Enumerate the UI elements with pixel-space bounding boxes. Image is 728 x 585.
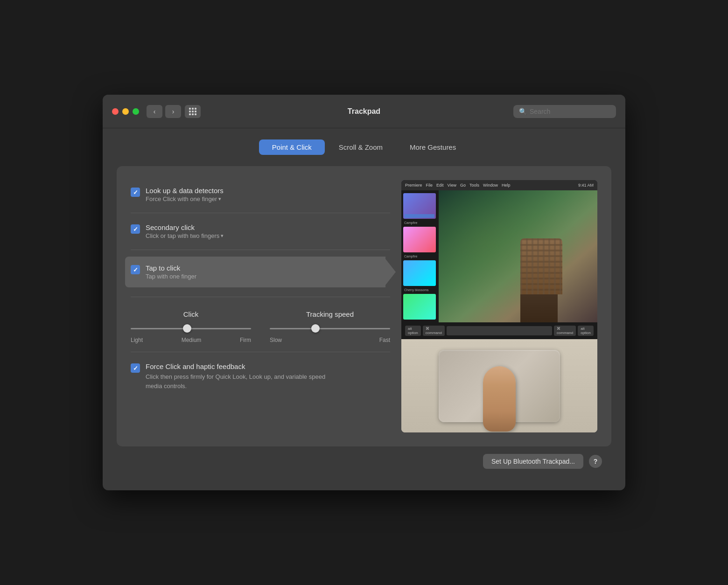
- tracking-slider-labels: Slow Fast: [270, 337, 390, 343]
- menubar-window: Window: [483, 183, 498, 188]
- window-title: Trackpad: [348, 107, 380, 116]
- thumb-3-label: Cherry blossoms: [403, 288, 437, 292]
- tap-to-click-highlight: Tap to click Tap with one finger: [125, 257, 385, 287]
- preview-image: Premiere File Edit View Go Tools Window …: [401, 180, 597, 432]
- plaid-shirt: [520, 238, 562, 294]
- search-bar[interactable]: 🔍: [513, 105, 616, 118]
- tab-more-gestures[interactable]: More Gestures: [397, 139, 469, 155]
- tap-to-click-checkbox[interactable]: [131, 265, 140, 274]
- divider-2: [131, 250, 390, 250]
- main-photo: [439, 190, 597, 322]
- click-slider-track: [131, 328, 251, 329]
- menubar-edit: Edit: [436, 183, 444, 188]
- nav-buttons: ‹ ›: [147, 105, 181, 118]
- menubar-time: 9:41 AM: [578, 183, 594, 188]
- click-slider-thumb[interactable]: [183, 324, 191, 333]
- settings-column: Look up & data detectors Force Click wit…: [131, 180, 390, 432]
- click-slider-mid: Medium: [182, 337, 202, 343]
- trackpad-surface: [439, 350, 560, 422]
- finger-shape: [483, 366, 516, 432]
- menubar-tools: Tools: [469, 183, 479, 188]
- lookup-item: Look up & data detectors Force Click wit…: [131, 180, 390, 209]
- thumb-4: [403, 294, 436, 320]
- secondary-click-text: Secondary click Click or tap with two fi…: [146, 223, 224, 239]
- secondary-click-dropdown-icon[interactable]: ▾: [221, 233, 224, 239]
- lookup-text: Look up & data detectors Force Click wit…: [146, 187, 224, 202]
- divider-4: [131, 352, 390, 352]
- lookup-subtitle: Force Click with one finger ▾: [146, 195, 224, 202]
- settings-panel: Look up & data detectors Force Click wit…: [117, 166, 611, 446]
- back-button[interactable]: ‹: [147, 105, 162, 118]
- search-input[interactable]: [530, 108, 610, 115]
- thumb-1: [403, 193, 436, 219]
- lookup-title: Look up & data detectors: [146, 187, 224, 195]
- thumb-2: [403, 227, 436, 252]
- minimize-button[interactable]: [122, 108, 129, 115]
- menubar-file: File: [426, 183, 433, 188]
- tracking-slider-thumb[interactable]: [311, 324, 320, 333]
- close-button[interactable]: [112, 108, 119, 115]
- sliders-section: Click Light Medium Firm: [131, 301, 390, 348]
- tracking-slider-group: Tracking speed Slow Fast: [270, 310, 390, 343]
- lookup-dropdown-icon[interactable]: ▾: [218, 196, 221, 202]
- thumb-1-label: Campfire: [403, 221, 437, 225]
- lookup-checkbox[interactable]: [131, 188, 140, 197]
- tracking-slider-wrapper: [270, 324, 390, 333]
- click-slider-label: Click: [183, 310, 199, 318]
- traffic-lights: [112, 108, 139, 115]
- click-slider-min: Light: [131, 337, 143, 343]
- screenshot-menubar: Premiere File Edit View Go Tools Window …: [401, 180, 597, 190]
- maximize-button[interactable]: [133, 108, 139, 115]
- click-slider-max: Firm: [240, 337, 251, 343]
- preview-column: Premiere File Edit View Go Tools Window …: [401, 180, 597, 432]
- force-click-description: Click then press firmly for Quick Look, …: [146, 372, 332, 390]
- trackpad-bg: [401, 339, 597, 432]
- tab-point-click[interactable]: Point & Click: [259, 139, 325, 155]
- divider-1: [131, 213, 390, 213]
- forward-icon: ›: [172, 108, 175, 115]
- titlebar: ‹ › Trackpad 🔍: [103, 95, 625, 128]
- grid-button[interactable]: [185, 105, 201, 118]
- content-area: Point & Click Scroll & Zoom More Gesture…: [103, 128, 625, 490]
- key-cmd-left: ⌘command: [423, 326, 445, 336]
- secondary-click-item: Secondary click Click or tap with two fi…: [131, 217, 390, 246]
- screenshot-content: Campfire Campfire Cherry blossoms: [401, 190, 597, 322]
- key-cmd-right: ⌘command: [554, 326, 576, 336]
- key-alt-left: altoption: [405, 326, 421, 336]
- secondary-click-checkbox[interactable]: [131, 224, 140, 234]
- menubar-view: View: [448, 183, 456, 188]
- mac-screenshot: Premiere File Edit View Go Tools Window …: [401, 180, 597, 322]
- help-button[interactable]: ?: [589, 455, 602, 468]
- force-click-title: Force Click and haptic feedback: [146, 362, 332, 370]
- setup-bluetooth-button[interactable]: Set Up Bluetooth Trackpad...: [483, 454, 583, 469]
- menubar-help: Help: [502, 183, 511, 188]
- grid-icon: [189, 108, 196, 115]
- thumb-3: [403, 260, 436, 286]
- screenshot-sidebar: Campfire Campfire Cherry blossoms: [401, 190, 439, 322]
- trackpad-preview: [401, 339, 597, 432]
- thumb-2-label: Campfire: [403, 254, 437, 258]
- key-space: [447, 326, 552, 335]
- bottom-bar: Set Up Bluetooth Trackpad... ?: [117, 446, 611, 476]
- tab-scroll-zoom[interactable]: Scroll & Zoom: [326, 139, 396, 155]
- tap-to-click-arrow: [385, 259, 396, 285]
- tabs-bar: Point & Click Scroll & Zoom More Gesture…: [117, 139, 611, 155]
- force-click-item: Force Click and haptic feedback Click th…: [131, 356, 390, 397]
- tracking-slider-track: [270, 328, 390, 329]
- finger: [483, 366, 516, 432]
- tap-to-click-title: Tap to click: [146, 264, 196, 272]
- menubar-app: Premiere: [405, 183, 422, 188]
- tracking-slider-max: Fast: [379, 337, 390, 343]
- main-window: ‹ › Trackpad 🔍 Point & Click Scroll & Zo…: [103, 95, 625, 490]
- screenshot-main-area: [439, 190, 597, 322]
- tracking-slider-label: Tracking speed: [306, 310, 354, 318]
- tap-to-click-row: Tap to click Tap with one finger: [125, 257, 396, 287]
- force-click-checkbox[interactable]: [131, 363, 140, 373]
- menubar-items: Premiere File Edit View Go Tools Window …: [405, 183, 510, 188]
- back-icon: ‹: [154, 108, 156, 115]
- tracking-slider-min: Slow: [270, 337, 282, 343]
- forward-button[interactable]: ›: [165, 105, 181, 118]
- search-icon: 🔍: [519, 108, 527, 115]
- click-slider-labels: Light Medium Firm: [131, 337, 251, 343]
- secondary-click-subtitle: Click or tap with two fingers ▾: [146, 232, 224, 239]
